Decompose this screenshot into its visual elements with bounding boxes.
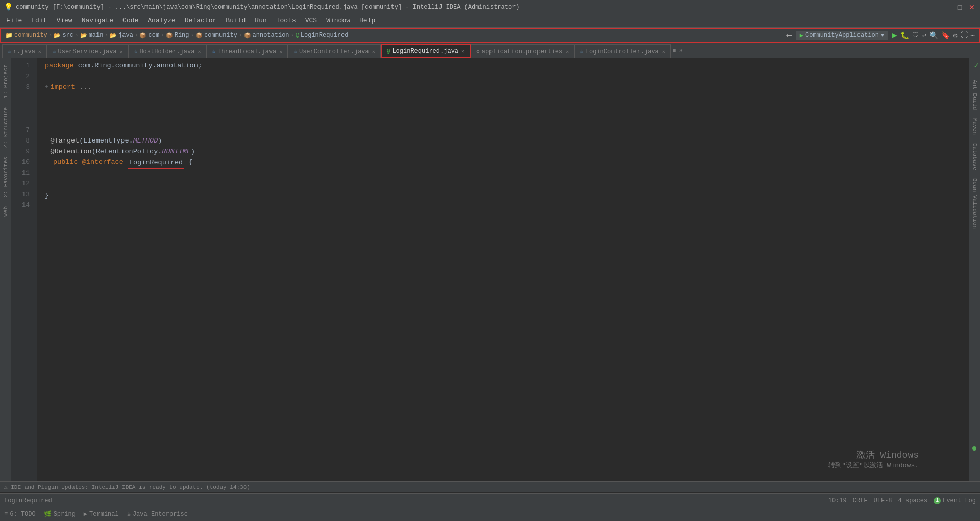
event-log-area[interactable]: 1 Event Log [934, 497, 976, 504]
sidebar-tool-web[interactable]: Web [2, 202, 10, 221]
keyword-import: import [51, 82, 80, 92]
bottom-tool-todo[interactable]: ≡ 6: TODO [4, 511, 36, 518]
tab-threadlocal[interactable]: ☕ ThreadLocal.java ✕ [206, 44, 288, 58]
menu-item-vcs[interactable]: VCS [301, 16, 321, 26]
bottom-tool-spring[interactable]: 🌿 Spring [44, 510, 76, 518]
sidebar-tool-favorites[interactable]: 2: Favorites [2, 153, 10, 201]
menu-item-code[interactable]: Code [118, 16, 142, 26]
sidebar-tool-ant-build[interactable]: Ant Build [971, 76, 979, 114]
tab-close-usercontroller[interactable]: ✕ [372, 49, 375, 55]
menu-item-help[interactable]: Help [355, 16, 379, 26]
tab-label-userservice: UserService.java [58, 48, 117, 55]
tab-close-application-props[interactable]: ✕ [566, 49, 569, 55]
terminal-icon: ▶ [84, 510, 87, 518]
tab-logincontroller[interactable]: ☕ LoginController.java ✕ [574, 44, 671, 58]
bottom-tool-java-enterprise[interactable]: ☕ Java Enterprise [127, 510, 188, 518]
menu-item-build[interactable]: Build [222, 16, 250, 26]
code-line-3: +import ... [45, 82, 969, 92]
tab-close-loginrequired[interactable]: ✕ [461, 48, 464, 54]
minimize-button[interactable]: — [943, 3, 951, 11]
breadcrumb-loginrequired[interactable]: LoginRequired [301, 32, 349, 39]
fold-icon-3[interactable]: + [45, 82, 48, 92]
no-errors-icon: ✓ [974, 60, 979, 70]
expand-icon[interactable]: ⛶ [961, 31, 968, 39]
sidebar-tool-structure[interactable]: Z: Structure [2, 103, 10, 152]
file-encoding[interactable]: UTF-8 [874, 497, 892, 504]
fold-icon-8[interactable]: − [45, 135, 48, 146]
tab-close-threadlocal[interactable]: ✕ [279, 49, 282, 55]
tab-application-props[interactable]: ⚙ application.properties ✕ [471, 44, 574, 58]
tab-label-loginrequired: LoginRequired.java [392, 48, 458, 55]
tab-close-logincontroller[interactable]: ✕ [662, 49, 665, 55]
breadcrumb-bar: 📁 community › 📂 src › 📂 main › 📂 java › … [0, 28, 980, 43]
right-sidebar: ✓ Ant Build Maven Database Bean Validati… [969, 58, 980, 481]
tab-usercontroller[interactable]: ☕ UserController.java ✕ [288, 44, 380, 58]
app-icon: 💡 [4, 3, 13, 11]
notification-text: ⚠ IDE and Plugin Updates: IntelliJ IDEA … [4, 484, 250, 490]
menu-item-edit[interactable]: Edit [27, 16, 51, 26]
breadcrumb-com[interactable]: com [148, 32, 159, 39]
tab-close-r-java[interactable]: ✕ [38, 49, 41, 55]
search-icon[interactable]: 🔍 [929, 31, 938, 40]
package-community-icon: 📦 [195, 32, 203, 39]
cursor-position[interactable]: 10:19 [828, 497, 847, 504]
breadcrumb-main[interactable]: main [89, 32, 104, 39]
tab-hostholder[interactable]: ☕ HostHolder.java ✕ [129, 44, 207, 58]
menu-item-tools[interactable]: Tools [272, 16, 300, 26]
package-name: com.Ring.community.annotation; [78, 60, 202, 71]
tab-icon-loginrequired: @ [387, 48, 390, 54]
breadcrumb-annotation[interactable]: annotation [253, 32, 289, 39]
tab-close-hostholder[interactable]: ✕ [198, 49, 201, 55]
sidebar-tool-project[interactable]: 1: Project [2, 60, 10, 102]
sidebar-tool-maven[interactable]: Maven [971, 114, 979, 139]
title-bar-left: 💡 community [F:\community] - ...\src\mai… [4, 3, 520, 11]
retention-paren-close: ) [191, 146, 195, 157]
tab-close-userservice[interactable]: ✕ [120, 49, 123, 55]
bookmark-icon[interactable]: 🔖 [941, 31, 950, 40]
run-config-selector[interactable]: ▶ CommunityApplication ▼ [796, 31, 888, 40]
coverage-icon[interactable]: 🛡 [912, 31, 919, 39]
navigate-back-icon[interactable]: ⟵ [787, 30, 792, 40]
tab-icon-usercontroller: ☕ [293, 48, 297, 55]
more-icon[interactable]: ⋯ [971, 31, 975, 40]
maximize-button[interactable]: □ [955, 3, 964, 11]
code-line-5 [45, 103, 969, 114]
menu-item-navigate[interactable]: Navigate [78, 16, 117, 26]
tab-r-java[interactable]: ☕ r.java ✕ [2, 44, 47, 58]
status-right: 10:19 CRLF UTF-8 4 spaces 1 Event Log [828, 497, 976, 504]
title-bar: 💡 community [F:\community] - ...\src\mai… [0, 0, 980, 14]
fold-icon-9[interactable]: − [45, 146, 48, 157]
run-icon[interactable]: ▶ [892, 30, 897, 40]
run-config-name: CommunityApplication [805, 32, 879, 39]
menu-item-analyze[interactable]: Analyze [143, 16, 180, 26]
settings-icon[interactable]: ⚙ [953, 31, 957, 40]
tab-loginrequired[interactable]: @ LoginRequired.java ✕ [381, 44, 471, 58]
tab-userservice[interactable]: ☕ UserService.java ✕ [47, 44, 129, 58]
sidebar-tool-database[interactable]: Database [971, 139, 979, 174]
java-enterprise-icon: ☕ [127, 510, 131, 518]
code-editor[interactable]: package com.Ring.community.annotation; +… [37, 58, 969, 481]
breadcrumb-project[interactable]: community [14, 32, 47, 39]
breadcrumb-java[interactable]: java [118, 32, 133, 39]
debug-icon[interactable]: 🐛 [900, 31, 909, 40]
code-line-12 [45, 179, 969, 190]
indent-info[interactable]: 4 spaces [898, 497, 928, 504]
close-button[interactable]: ✕ [968, 3, 976, 11]
java-enterprise-label: Java Enterprise [133, 511, 188, 518]
tab-label-hostholder: HostHolder.java [139, 48, 194, 55]
event-log-label: Event Log [943, 497, 976, 504]
line-ending[interactable]: CRLF [853, 497, 868, 504]
menu-item-view[interactable]: View [52, 16, 76, 26]
interface-name-highlighted: LoginRequired [128, 157, 184, 169]
back-icon[interactable]: ↩ [922, 31, 926, 40]
tab-overflow-count[interactable]: ≡ 3 [671, 48, 685, 54]
menu-item-run[interactable]: Run [251, 16, 271, 26]
bottom-tool-terminal[interactable]: ▶ Terminal [84, 510, 119, 518]
menu-item-refactor[interactable]: Refactor [181, 16, 220, 26]
breadcrumb-community[interactable]: community [204, 32, 237, 39]
menu-item-window[interactable]: Window [322, 16, 354, 26]
breadcrumb-ring[interactable]: Ring [175, 32, 189, 39]
breadcrumb-src[interactable]: src [62, 32, 74, 39]
sidebar-tool-bean-validation[interactable]: Bean Validation [971, 174, 979, 233]
menu-item-file[interactable]: File [2, 16, 26, 26]
